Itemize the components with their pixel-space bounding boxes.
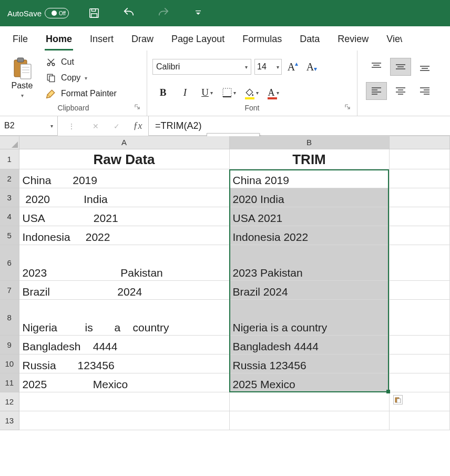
- tab-page-layout[interactable]: Page Layout: [170, 32, 226, 50]
- column-header-a[interactable]: A: [19, 136, 229, 149]
- increase-font-button[interactable]: A▴: [285, 59, 301, 75]
- cell[interactable]: 2020 India: [19, 188, 229, 207]
- tab-formulas[interactable]: Formulas: [241, 32, 283, 50]
- svg-rect-13: [49, 76, 55, 82]
- cell[interactable]: China 2019: [19, 169, 229, 188]
- cell[interactable]: 2023 Pakistan: [19, 245, 229, 280]
- font-name-select[interactable]: Calibri▾: [152, 59, 251, 75]
- tab-data[interactable]: Data: [299, 32, 321, 50]
- bold-button[interactable]: B: [152, 84, 173, 101]
- align-bottom-button[interactable]: [414, 58, 435, 76]
- cell[interactable]: Brazil 2024: [229, 280, 389, 299]
- row-header[interactable]: 13: [0, 411, 19, 430]
- clipboard-dialog-launcher-icon[interactable]: [134, 103, 140, 112]
- cell[interactable]: Indonesia 2022: [229, 226, 389, 245]
- autosave-toggle[interactable]: AutoSave Off: [7, 8, 69, 18]
- cell[interactable]: USA 2021: [229, 207, 389, 226]
- tab-review[interactable]: Review: [336, 32, 370, 50]
- row-header[interactable]: 5: [0, 226, 19, 245]
- cell[interactable]: [19, 392, 229, 411]
- align-middle-button[interactable]: [390, 58, 411, 76]
- column-header-c[interactable]: [389, 136, 450, 149]
- tab-file[interactable]: File: [12, 32, 29, 50]
- font-dialog-launcher-icon[interactable]: [344, 103, 351, 112]
- cell[interactable]: Nigeria is a country: [19, 299, 229, 335]
- save-icon[interactable]: [85, 4, 104, 23]
- cell[interactable]: USA 2021: [19, 207, 229, 226]
- cell[interactable]: China 2019: [229, 169, 389, 188]
- cell[interactable]: 2020 India: [229, 188, 389, 207]
- tab-view[interactable]: View: [385, 32, 402, 50]
- cell[interactable]: [389, 169, 450, 188]
- tab-draw[interactable]: Draw: [130, 32, 155, 50]
- cut-button[interactable]: Cut: [45, 57, 117, 67]
- align-center-button[interactable]: [390, 82, 411, 100]
- cell[interactable]: [389, 207, 450, 226]
- cell[interactable]: TRIM: [229, 149, 389, 169]
- cell[interactable]: Russia 123456: [229, 354, 389, 373]
- enter-formula-button[interactable]: ✓: [106, 116, 127, 136]
- align-top-button[interactable]: [366, 58, 387, 76]
- cell[interactable]: [389, 335, 450, 354]
- cell[interactable]: [389, 299, 450, 335]
- row-header[interactable]: 6: [0, 245, 19, 280]
- align-left-button[interactable]: [366, 82, 387, 100]
- font-size-select[interactable]: 14▾: [254, 59, 282, 75]
- tab-home[interactable]: Home: [45, 32, 73, 50]
- cell[interactable]: [389, 245, 450, 280]
- cell[interactable]: Brazil 2024: [19, 280, 229, 299]
- column-header-b[interactable]: B: [229, 136, 389, 149]
- row-header[interactable]: 11: [0, 373, 19, 392]
- cell[interactable]: 2025 Mexico: [19, 373, 229, 392]
- formula-bar[interactable]: =TRIM(A2) Formula Bar: [148, 116, 450, 136]
- cell[interactable]: [389, 226, 450, 245]
- row-header[interactable]: 4: [0, 207, 19, 226]
- align-right-button[interactable]: [414, 82, 435, 100]
- paste-options-button[interactable]: [393, 395, 403, 404]
- cell[interactable]: [389, 373, 450, 392]
- spreadsheet-grid[interactable]: A B 1 Raw Data TRIM 2China 2019China 201…: [0, 136, 450, 430]
- cell[interactable]: Russia 123456: [19, 354, 229, 373]
- cell[interactable]: Indonesia 2022: [19, 226, 229, 245]
- cell[interactable]: [229, 392, 389, 411]
- cell[interactable]: Nigeria is a country: [229, 299, 389, 335]
- cell[interactable]: Raw Data: [19, 149, 229, 169]
- name-box[interactable]: B2▾: [0, 116, 58, 136]
- row-header[interactable]: 10: [0, 354, 19, 373]
- cell[interactable]: Bangladesh 4444: [19, 335, 229, 354]
- borders-button[interactable]: ▾: [219, 84, 240, 101]
- cell[interactable]: 2025 Mexico: [229, 373, 389, 392]
- cell[interactable]: [389, 188, 450, 207]
- row-header[interactable]: 3: [0, 188, 19, 207]
- row-header[interactable]: 12: [0, 392, 19, 411]
- italic-button[interactable]: I: [175, 84, 196, 101]
- decrease-font-button[interactable]: A▾: [304, 59, 320, 75]
- font-color-button[interactable]: A▾: [263, 84, 284, 101]
- cell[interactable]: [19, 411, 229, 430]
- select-all-corner[interactable]: [0, 136, 19, 149]
- cell[interactable]: [389, 149, 450, 169]
- row-header[interactable]: 7: [0, 280, 19, 299]
- row-header[interactable]: 8: [0, 299, 19, 335]
- cell[interactable]: 2023 Pakistan: [229, 245, 389, 280]
- customize-qat-icon[interactable]: [189, 4, 208, 23]
- fill-color-button[interactable]: ▾: [241, 84, 262, 101]
- cancel-formula-button[interactable]: ✕: [85, 116, 106, 136]
- row-header[interactable]: 1: [0, 149, 19, 169]
- row-header[interactable]: 2: [0, 169, 19, 188]
- insert-function-button[interactable]: ƒx: [127, 116, 148, 136]
- paste-dropdown-icon[interactable]: [21, 90, 24, 99]
- cell[interactable]: [389, 280, 450, 299]
- undo-icon[interactable]: [119, 4, 138, 23]
- underline-button[interactable]: U▾: [197, 84, 218, 101]
- paste-button[interactable]: [10, 56, 34, 81]
- tab-insert[interactable]: Insert: [89, 32, 115, 50]
- cell[interactable]: [389, 411, 450, 430]
- cell[interactable]: [229, 411, 389, 430]
- format-painter-button[interactable]: Format Painter: [45, 88, 117, 99]
- cell[interactable]: [389, 354, 450, 373]
- group-alignment: [357, 50, 450, 116]
- row-header[interactable]: 9: [0, 335, 19, 354]
- cell[interactable]: Bangladesh 4444: [229, 335, 389, 354]
- copy-button[interactable]: Copy: [45, 73, 117, 83]
